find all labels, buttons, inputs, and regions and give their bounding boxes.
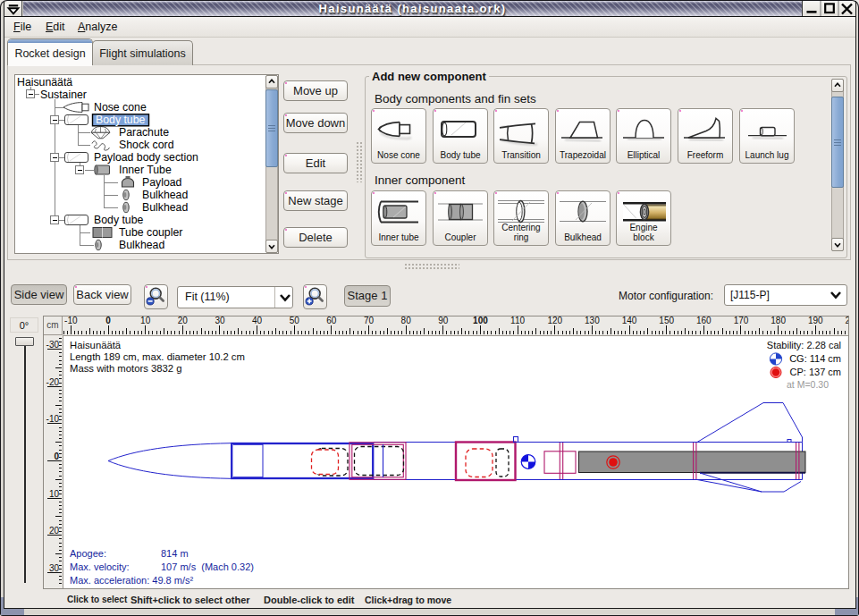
svg-text:-20: -20 bbox=[46, 377, 60, 387]
svg-text:CG: 114 cm: CG: 114 cm bbox=[789, 353, 841, 364]
svg-text:Body tube: Body tube bbox=[94, 214, 144, 226]
svg-text:80: 80 bbox=[401, 316, 412, 325]
svg-text:Stability: 2.28 cal: Stability: 2.28 cal bbox=[767, 340, 841, 350]
svg-text:120: 120 bbox=[547, 316, 562, 325]
svg-text:30: 30 bbox=[49, 563, 60, 573]
svg-text:110: 110 bbox=[510, 316, 525, 325]
svg-text:-10: -10 bbox=[46, 414, 60, 424]
svg-text:Payload: Payload bbox=[142, 176, 182, 189]
svg-text:-30: -30 bbox=[46, 340, 60, 350]
svg-text:CP: 137 cm: CP: 137 cm bbox=[790, 367, 841, 377]
svg-text:90: 90 bbox=[438, 316, 449, 325]
svg-text:160: 160 bbox=[696, 316, 712, 325]
svg-text:20: 20 bbox=[178, 316, 189, 325]
svg-text:180: 180 bbox=[771, 316, 786, 325]
svg-text:Payload body section: Payload body section bbox=[94, 151, 198, 164]
svg-text:130: 130 bbox=[585, 316, 600, 325]
svg-text:Body tube: Body tube bbox=[96, 114, 146, 126]
svg-text:Parachute: Parachute bbox=[119, 126, 169, 139]
svg-text:10: 10 bbox=[140, 316, 151, 325]
svg-text:0: 0 bbox=[54, 451, 59, 461]
svg-text:60: 60 bbox=[326, 316, 337, 325]
svg-text:10: 10 bbox=[49, 489, 60, 499]
svg-text:Bulkhead: Bulkhead bbox=[119, 239, 164, 251]
svg-text:50: 50 bbox=[290, 316, 300, 325]
svg-text:Haisunäätä: Haisunäätä bbox=[17, 76, 72, 89]
svg-text:Sustainer: Sustainer bbox=[40, 89, 87, 101]
svg-text:140: 140 bbox=[622, 316, 637, 325]
svg-text:70: 70 bbox=[364, 316, 375, 325]
svg-text:Bulkhead: Bulkhead bbox=[142, 201, 188, 214]
svg-text:20: 20 bbox=[49, 526, 60, 536]
svg-text:200: 200 bbox=[846, 316, 848, 325]
svg-text:100: 100 bbox=[473, 316, 488, 325]
svg-text:Nose cone: Nose cone bbox=[94, 101, 147, 114]
svg-text:Tube coupler: Tube coupler bbox=[119, 226, 182, 239]
svg-text:40: 40 bbox=[252, 316, 263, 325]
svg-text:150: 150 bbox=[659, 316, 674, 325]
svg-text:0: 0 bbox=[105, 316, 111, 325]
svg-text:-10: -10 bbox=[64, 316, 78, 325]
svg-text:at M=0.30: at M=0.30 bbox=[787, 379, 829, 390]
svg-text:Inner Tube: Inner Tube bbox=[119, 164, 172, 176]
svg-text:170: 170 bbox=[734, 316, 749, 325]
svg-text:Shock cord: Shock cord bbox=[119, 139, 174, 151]
svg-text:30: 30 bbox=[215, 316, 225, 325]
svg-text:190: 190 bbox=[808, 316, 823, 325]
svg-text:Bulkhead: Bulkhead bbox=[142, 189, 188, 201]
